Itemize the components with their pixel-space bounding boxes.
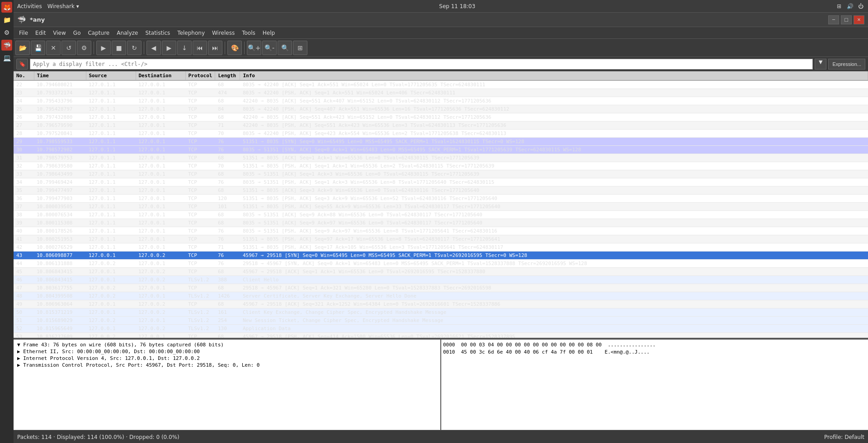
wireshark-label[interactable]: Wireshark ▾ bbox=[47, 3, 79, 9]
stop-capture-button[interactable]: ■ bbox=[112, 41, 126, 55]
close-button[interactable]: ✕ bbox=[854, 15, 864, 24]
table-row[interactable]: 4710.803617755127.0.0.2127.0.0.1TCP68295… bbox=[14, 284, 868, 292]
table-row[interactable]: 4210.800276529127.0.1.1127.0.0.1TCP71513… bbox=[14, 243, 868, 252]
table-row[interactable]: 3410.799469424127.0.1.1127.0.0.1TCP76803… bbox=[14, 178, 868, 187]
go-first-button[interactable]: ⏮ bbox=[193, 41, 207, 55]
table-row[interactable]: 5010.815371219127.0.0.1127.0.0.2TLSv1.21… bbox=[14, 308, 868, 317]
detail-ethernet[interactable]: Ethernet II, Src: 00:00:00_00:00:00, Dst… bbox=[15, 348, 439, 355]
menu-view[interactable]: View bbox=[49, 28, 69, 37]
close-capture-button[interactable]: ✕ bbox=[46, 41, 61, 55]
table-row[interactable]: 3010.798572902127.0.1.1127.0.0.1TCP76803… bbox=[14, 146, 868, 154]
cell-info: 51351 → 8035 [ACK] Seq=1 Ack=1 Win=65536… bbox=[240, 154, 868, 162]
reload-button[interactable]: ↺ bbox=[61, 41, 76, 55]
table-row[interactable]: 2310.793372174127.0.1.1127.0.0.1TCP47480… bbox=[14, 89, 868, 97]
table-row[interactable]: 5210.815965649127.0.0.1127.0.0.2TLSv1.21… bbox=[14, 325, 868, 333]
col-header-protocol[interactable]: Protocol bbox=[185, 71, 215, 80]
table-row[interactable]: 3310.798643499127.0.1.1127.0.0.1TCP68803… bbox=[14, 170, 868, 178]
menu-tools[interactable]: Tools bbox=[238, 28, 259, 37]
table-row[interactable]: 4110.800251953127.0.1.1127.0.0.1TCP76513… bbox=[14, 235, 868, 243]
packet-detail-pane[interactable]: Frame 43: 76 bytes on wire (608 bits), 7… bbox=[14, 340, 441, 430]
cell-proto: TCP bbox=[185, 284, 215, 292]
table-row[interactable]: 4010.800178526127.0.1.1127.0.0.1TCP76803… bbox=[14, 227, 868, 235]
detail-ip[interactable]: Internet Protocol Version 4, Src: 127.0.… bbox=[15, 355, 439, 362]
table-row[interactable]: 3710.800039505127.0.1.1127.0.0.1TCP10151… bbox=[14, 203, 868, 211]
go-back-button[interactable]: ◀ bbox=[146, 41, 161, 55]
bookmark-icon[interactable]: 🔖 bbox=[16, 59, 28, 70]
expression-button[interactable]: Expression... bbox=[828, 59, 865, 70]
table-row[interactable]: 3210.798639580127.0.1.1127.0.0.1TCP70513… bbox=[14, 162, 868, 170]
start-capture-button[interactable]: ▶ bbox=[96, 41, 111, 55]
table-row[interactable]: 2810.797520841127.0.1.1127.0.0.1TCP70803… bbox=[14, 130, 868, 138]
zoom-fit-button[interactable]: ⊞ bbox=[293, 41, 307, 55]
go-to-button[interactable]: ↓ bbox=[177, 41, 192, 55]
table-row[interactable]: 4510.806843415127.0.0.1127.0.0.2TCP68459… bbox=[14, 268, 868, 276]
menu-analyze[interactable]: Analyze bbox=[113, 28, 142, 37]
menu-capture[interactable]: Capture bbox=[84, 28, 113, 37]
table-row[interactable]: 2510.795428797127.0.1.1127.0.0.1TCP84803… bbox=[14, 105, 868, 113]
maximize-button[interactable]: □ bbox=[841, 15, 852, 24]
detail-tcp[interactable]: Transmission Control Protocol, Src Port:… bbox=[15, 362, 439, 368]
packet-list[interactable]: No. Time Source Destination Protocol Len… bbox=[14, 71, 868, 338]
table-row[interactable]: 4610.806843415127.0.0.1127.0.0.2TLSv1.23… bbox=[14, 276, 868, 284]
menu-go[interactable]: Go bbox=[70, 28, 85, 37]
sidebar-icon-firefox[interactable]: 🦊 bbox=[1, 2, 12, 13]
table-row[interactable]: 4910.806963064127.0.0.1127.0.0.2TCP68459… bbox=[14, 300, 868, 308]
col-header-time[interactable]: Time bbox=[34, 71, 86, 80]
col-header-info[interactable]: Info bbox=[240, 71, 868, 80]
cell-no: 39 bbox=[14, 219, 34, 227]
table-row[interactable]: 2910.798559533127.0.1.1127.0.0.1TCP76513… bbox=[14, 138, 868, 146]
col-header-length[interactable]: Length bbox=[215, 71, 240, 80]
table-row[interactable]: 3910.800115308127.0.1.1127.0.0.1TCP68803… bbox=[14, 219, 868, 227]
table-row[interactable]: 4810.804399508127.0.0.2127.0.0.1TLSv1.21… bbox=[14, 292, 868, 300]
menu-edit[interactable]: Edit bbox=[32, 28, 49, 37]
capture-options-button[interactable]: ⚙ bbox=[77, 41, 91, 55]
colorize-button[interactable]: 🎨 bbox=[227, 41, 242, 55]
minimize-button[interactable]: ─ bbox=[828, 15, 839, 24]
zoom-out-button[interactable]: 🔍- bbox=[262, 41, 277, 55]
sidebar-icon-terminal[interactable]: 💻 bbox=[1, 52, 12, 63]
filter-arrow-btn[interactable]: ▼ bbox=[815, 59, 826, 70]
power-icon[interactable]: ⏻ bbox=[857, 3, 864, 10]
cell-src: 127.0.1.1 bbox=[86, 178, 136, 187]
table-row[interactable]: 2410.795433796127.0.1.1127.0.0.1TCP68422… bbox=[14, 97, 868, 105]
cell-proto: TCP bbox=[185, 89, 215, 97]
col-header-source[interactable]: Source bbox=[86, 71, 136, 80]
go-forward-button[interactable]: ▶ bbox=[162, 41, 176, 55]
display-filter-input[interactable] bbox=[30, 59, 813, 70]
cell-time: 10.806843415 bbox=[34, 276, 86, 284]
go-last-button[interactable]: ⏭ bbox=[208, 41, 222, 55]
table-row[interactable]: 3510.799477497127.0.1.1127.0.0.1TCP68513… bbox=[14, 187, 868, 195]
table-row[interactable]: 2710.796579590127.0.1.1127.0.0.1TCP71422… bbox=[14, 121, 868, 130]
sidebar-icon-files[interactable]: 📁 bbox=[1, 14, 12, 25]
activities-label[interactable]: Activities bbox=[17, 3, 42, 9]
save-button[interactable]: 💾 bbox=[31, 41, 45, 55]
restart-button[interactable]: ↻ bbox=[127, 41, 142, 55]
sidebar-icon-wireshark[interactable]: 🦈 bbox=[1, 40, 12, 51]
menu-file[interactable]: File bbox=[15, 28, 32, 37]
menu-wireless[interactable]: Wireless bbox=[208, 28, 238, 37]
volume-icon[interactable]: 🔊 bbox=[846, 3, 854, 10]
zoom-in-button[interactable]: 🔍+ bbox=[247, 41, 261, 55]
col-header-no[interactable]: No. bbox=[14, 71, 34, 80]
table-row[interactable]: 5310.816237609127.0.0.2127.0.0.1TCP68459… bbox=[14, 333, 868, 338]
table-row[interactable]: 5110.815689029127.0.0.2127.0.0.1TLSv1.22… bbox=[14, 317, 868, 325]
open-button[interactable]: 📂 bbox=[15, 41, 30, 55]
cell-proto: TCP bbox=[185, 252, 215, 260]
table-row[interactable]: 2210.794608021127.0.1.1127.0.0.1TCP68803… bbox=[14, 80, 868, 89]
detail-frame[interactable]: Frame 43: 76 bytes on wire (608 bits), 7… bbox=[15, 341, 439, 348]
table-row[interactable]: 3110.798579753127.0.1.1127.0.0.1TCP68513… bbox=[14, 154, 868, 162]
menu-telephony[interactable]: Telephony bbox=[174, 28, 208, 37]
network-icon[interactable]: ⊞ bbox=[835, 3, 843, 10]
cell-time: 10.798643499 bbox=[34, 170, 86, 178]
cell-time: 10.800076534 bbox=[34, 211, 86, 219]
table-row[interactable]: 2610.797432880127.0.1.1127.0.0.1TCP68422… bbox=[14, 113, 868, 121]
table-row[interactable]: 3810.800076534127.0.1.1127.0.0.1TCP68803… bbox=[14, 211, 868, 219]
table-row[interactable]: 4410.806131888127.0.0.2127.0.0.1TCP76295… bbox=[14, 260, 868, 268]
col-header-destination[interactable]: Destination bbox=[136, 71, 185, 80]
table-row[interactable]: 3610.799477903127.0.1.1127.0.0.1TCP12051… bbox=[14, 195, 868, 203]
table-row[interactable]: 4310.806098877127.0.0.1127.0.0.2TCP76459… bbox=[14, 252, 868, 260]
menu-help[interactable]: Help bbox=[259, 28, 278, 37]
menu-statistics[interactable]: Statistics bbox=[142, 28, 174, 37]
sidebar-icon-settings[interactable]: ⚙ bbox=[1, 27, 12, 38]
zoom-reset-button[interactable]: 🔍 bbox=[278, 41, 292, 55]
